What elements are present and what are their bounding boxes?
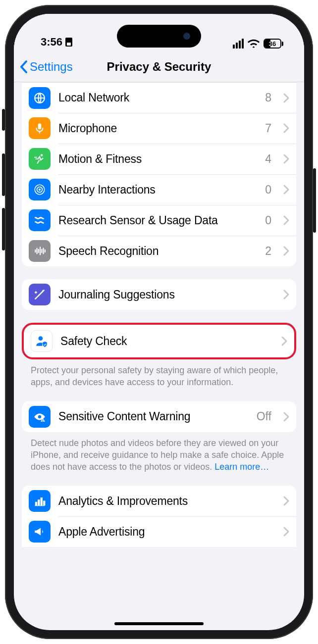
chevron-right-icon bbox=[283, 527, 289, 537]
battery-icon: 36 bbox=[264, 39, 283, 49]
row-sensitive-content-warning[interactable]: Sensitive Content Warning Off bbox=[22, 401, 296, 432]
settings-group-analytics: Analytics & Improvements Apple Advertisi… bbox=[22, 486, 296, 547]
bar-chart-icon bbox=[29, 490, 51, 512]
row-value: 8 bbox=[265, 91, 271, 104]
globe-icon bbox=[29, 87, 51, 109]
settings-group-permissions: Local Network 8 Microphone 7 M bbox=[22, 82, 296, 266]
battery-percent: 36 bbox=[264, 40, 281, 48]
settings-group-safety-check: Safety Check bbox=[22, 323, 296, 359]
settings-group-sensitive-content: Sensitive Content Warning Off bbox=[22, 401, 296, 432]
row-microphone[interactable]: Microphone 7 bbox=[22, 113, 296, 144]
row-local-network[interactable]: Local Network 8 bbox=[22, 82, 296, 113]
content-scroll[interactable]: Local Network 8 Microphone 7 M bbox=[14, 82, 304, 630]
row-nearby-interactions[interactable]: Nearby Interactions 0 bbox=[22, 174, 296, 205]
chevron-left-icon bbox=[20, 60, 29, 74]
row-safety-check[interactable]: Safety Check bbox=[24, 325, 294, 357]
row-value: Off bbox=[257, 410, 271, 423]
dynamic-island bbox=[117, 25, 201, 48]
megaphone-icon bbox=[29, 521, 51, 543]
row-label: Safety Check bbox=[60, 335, 273, 348]
person-shield-icon bbox=[31, 330, 53, 352]
wifi-icon bbox=[248, 39, 260, 48]
phone-frame: 3:56 36 Settings Privacy & Se bbox=[5, 5, 313, 639]
svg-rect-1 bbox=[38, 123, 42, 129]
home-indicator[interactable] bbox=[114, 622, 204, 625]
row-value: 0 bbox=[265, 183, 271, 197]
sparkle-wand-icon bbox=[29, 284, 51, 305]
row-label: Sensitive Content Warning bbox=[58, 410, 249, 423]
side-button-power bbox=[313, 168, 316, 233]
row-label: Analytics & Improvements bbox=[58, 495, 275, 508]
svg-point-6 bbox=[39, 336, 43, 341]
sim-icon bbox=[65, 38, 72, 47]
row-motion-fitness[interactable]: Motion & Fitness 4 bbox=[22, 144, 296, 174]
chevron-right-icon bbox=[281, 336, 287, 346]
back-label: Settings bbox=[30, 60, 73, 74]
cellular-icon bbox=[233, 39, 244, 49]
nav-bar: Settings Privacy & Security bbox=[14, 51, 304, 82]
row-value: 2 bbox=[265, 245, 271, 258]
svg-point-7 bbox=[38, 415, 42, 418]
row-value: 7 bbox=[265, 122, 271, 135]
side-button-silence bbox=[2, 109, 5, 131]
chevron-right-icon bbox=[283, 215, 289, 225]
chevron-right-icon bbox=[283, 185, 289, 195]
row-value: 0 bbox=[265, 214, 271, 227]
svg-rect-9 bbox=[43, 421, 44, 421]
svg-point-3 bbox=[39, 189, 41, 191]
row-research-sensor[interactable]: Research Sensor & Usage Data 0 bbox=[22, 205, 296, 236]
chevron-right-icon bbox=[283, 93, 289, 103]
row-label: Journaling Suggestions bbox=[58, 288, 275, 301]
waveform-icon bbox=[29, 240, 51, 262]
row-value: 4 bbox=[265, 152, 271, 166]
row-label: Motion & Fitness bbox=[58, 152, 257, 166]
row-label: Microphone bbox=[58, 122, 257, 135]
status-time: 3:56 bbox=[41, 36, 62, 49]
row-label: Apple Advertising bbox=[58, 525, 275, 539]
group-footer-safety: Protect your personal safety by staying … bbox=[22, 359, 296, 389]
chevron-right-icon bbox=[283, 154, 289, 164]
radar-icon bbox=[29, 179, 51, 200]
row-label: Research Sensor & Usage Data bbox=[58, 214, 257, 227]
group-footer-sensitive: Detect nude photos and videos before the… bbox=[22, 432, 296, 473]
row-label: Local Network bbox=[58, 91, 257, 104]
row-analytics-improvements[interactable]: Analytics & Improvements bbox=[22, 486, 296, 516]
eye-warning-icon bbox=[29, 406, 51, 428]
learn-more-link[interactable]: Learn more… bbox=[214, 462, 269, 472]
row-label: Speech Recognition bbox=[58, 245, 257, 258]
chevron-right-icon bbox=[283, 123, 289, 133]
svg-rect-8 bbox=[43, 419, 44, 420]
back-button[interactable]: Settings bbox=[20, 60, 73, 74]
sensor-data-icon bbox=[29, 209, 51, 231]
screen: 3:56 36 Settings Privacy & Se bbox=[14, 14, 304, 630]
svg-point-2 bbox=[41, 154, 43, 156]
chevron-right-icon bbox=[283, 496, 289, 506]
settings-group-journaling: Journaling Suggestions bbox=[22, 279, 296, 310]
chevron-right-icon bbox=[283, 246, 289, 256]
row-apple-advertising[interactable]: Apple Advertising bbox=[22, 516, 296, 547]
microphone-icon bbox=[29, 117, 51, 139]
chevron-right-icon bbox=[283, 290, 289, 299]
side-button-vol-down bbox=[2, 208, 5, 250]
row-label: Nearby Interactions bbox=[58, 183, 257, 197]
chevron-right-icon bbox=[283, 412, 289, 422]
row-journaling-suggestions[interactable]: Journaling Suggestions bbox=[22, 279, 296, 310]
row-speech-recognition[interactable]: Speech Recognition 2 bbox=[22, 236, 296, 266]
running-icon bbox=[29, 148, 51, 170]
side-button-vol-up bbox=[2, 153, 5, 196]
